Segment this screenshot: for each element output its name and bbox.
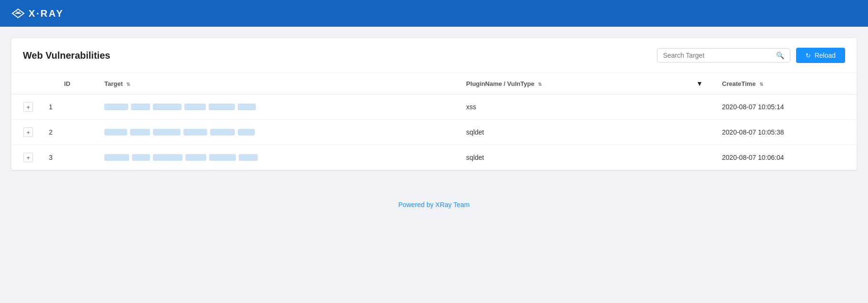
plugin-sort-icon: ⇅ bbox=[538, 82, 542, 87]
table-header: ID Target ⇅ PluginName / VulnType ⇅ ▼ Cr bbox=[11, 73, 857, 94]
target-blurred bbox=[104, 129, 451, 136]
blur-segment bbox=[153, 129, 181, 136]
filter-icon: ▼ bbox=[696, 80, 703, 87]
target-blurred bbox=[104, 104, 451, 110]
blur-segment bbox=[104, 104, 128, 110]
xray-logo-icon bbox=[11, 8, 25, 19]
blur-segment bbox=[183, 129, 207, 136]
expand-button[interactable]: + bbox=[23, 153, 33, 162]
logo-text: X·RAY bbox=[29, 8, 64, 19]
header: X·RAY bbox=[0, 0, 868, 27]
search-box: 🔍 bbox=[657, 48, 790, 63]
blur-segment bbox=[130, 129, 150, 136]
table-body: + 1 xss 2020-08-07 10:05:14 + 2 sqldet bbox=[11, 94, 857, 170]
col-header-plugin[interactable]: PluginName / VulnType ⇅ bbox=[459, 73, 685, 94]
footer: Powered by XRay Team bbox=[0, 181, 868, 220]
blur-segment bbox=[153, 104, 182, 110]
time-cell: 2020-08-07 10:05:38 bbox=[715, 120, 857, 145]
time-sort-icon: ⇅ bbox=[759, 82, 763, 87]
target-cell bbox=[97, 120, 459, 145]
vulnerabilities-table: ID Target ⇅ PluginName / VulnType ⇅ ▼ Cr bbox=[11, 73, 857, 170]
col-header-id: ID bbox=[45, 73, 97, 94]
blur-segment bbox=[238, 129, 255, 136]
panel-title: Web Vulnerabilities bbox=[23, 50, 110, 61]
blur-segment bbox=[153, 154, 182, 161]
id-cell: 2 bbox=[45, 120, 97, 145]
table-row: + 3 sqldet 2020-08-07 10:06:04 bbox=[11, 145, 857, 170]
main-content: Web Vulnerabilities 🔍 ↻ Reload ID bbox=[0, 27, 868, 181]
blur-segment bbox=[210, 129, 235, 136]
blur-segment bbox=[185, 154, 206, 161]
time-cell: 2020-08-07 10:06:04 bbox=[715, 145, 857, 170]
table-row: + 2 sqldet 2020-08-07 10:05:38 bbox=[11, 120, 857, 145]
reload-button[interactable]: ↻ Reload bbox=[796, 48, 845, 63]
vulnerabilities-panel: Web Vulnerabilities 🔍 ↻ Reload ID bbox=[11, 38, 857, 170]
blur-segment bbox=[104, 154, 129, 161]
plugin-cell: xss bbox=[459, 94, 685, 120]
table-row: + 1 xss 2020-08-07 10:05:14 bbox=[11, 94, 857, 120]
search-icon: 🔍 bbox=[776, 52, 784, 59]
blur-segment bbox=[131, 104, 150, 110]
search-input[interactable] bbox=[663, 52, 776, 59]
target-cell bbox=[97, 145, 459, 170]
blur-segment bbox=[132, 154, 150, 161]
reload-label: Reload bbox=[815, 52, 836, 59]
plugin-cell: sqldet bbox=[459, 145, 685, 170]
id-cell: 1 bbox=[45, 94, 97, 120]
panel-actions: 🔍 ↻ Reload bbox=[657, 48, 845, 63]
panel-header: Web Vulnerabilities 🔍 ↻ Reload bbox=[11, 38, 857, 73]
expand-cell: + bbox=[11, 94, 45, 120]
footer-powered-by: Powered by XRay Team bbox=[398, 201, 470, 209]
logo-area: X·RAY bbox=[11, 8, 64, 19]
expand-button[interactable]: + bbox=[23, 127, 33, 137]
blur-segment bbox=[239, 154, 258, 161]
target-blurred bbox=[104, 154, 451, 161]
blur-segment bbox=[238, 104, 256, 110]
col-header-time[interactable]: CreateTime ⇅ bbox=[715, 73, 857, 94]
expand-cell: + bbox=[11, 145, 45, 170]
filter-cell bbox=[685, 145, 714, 170]
reload-spin-icon: ↻ bbox=[806, 52, 811, 59]
filter-cell bbox=[685, 120, 714, 145]
blur-segment bbox=[104, 129, 127, 136]
blur-segment bbox=[209, 154, 236, 161]
target-cell bbox=[97, 94, 459, 120]
blur-segment bbox=[209, 104, 235, 110]
expand-cell: + bbox=[11, 120, 45, 145]
col-header-expand bbox=[11, 73, 45, 94]
target-sort-icon: ⇅ bbox=[126, 82, 130, 87]
col-header-target[interactable]: Target ⇅ bbox=[97, 73, 459, 94]
plugin-cell: sqldet bbox=[459, 120, 685, 145]
id-cell: 3 bbox=[45, 145, 97, 170]
time-cell: 2020-08-07 10:05:14 bbox=[715, 94, 857, 120]
col-header-filter[interactable]: ▼ bbox=[685, 73, 714, 94]
filter-cell bbox=[685, 94, 714, 120]
blur-segment bbox=[184, 104, 206, 110]
expand-button[interactable]: + bbox=[23, 102, 33, 112]
